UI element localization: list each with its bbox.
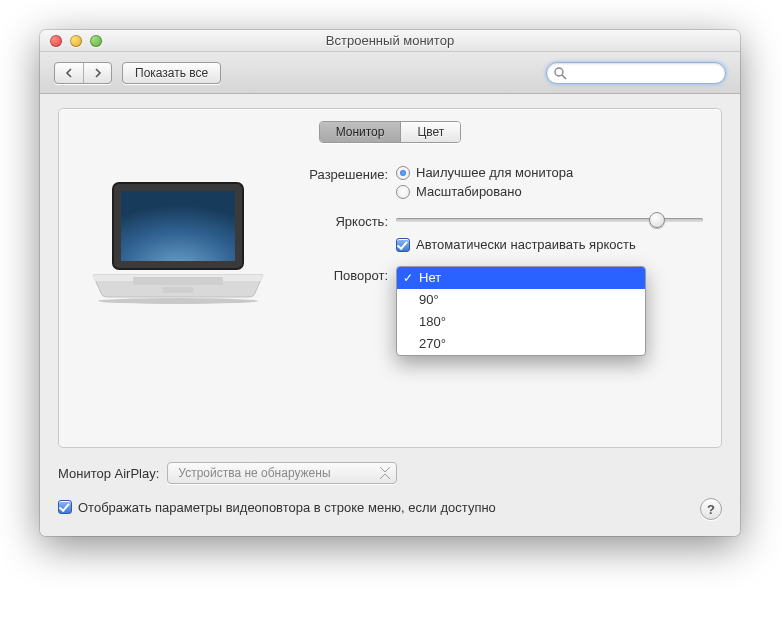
nav-segmented [54, 62, 112, 84]
mirroring-row: Отображать параметры видеоповтора в стро… [58, 498, 722, 520]
forward-button[interactable] [83, 63, 111, 83]
rotation-option-90[interactable]: 90° [397, 289, 645, 311]
brightness-label: Яркость: [291, 212, 396, 229]
toolbar: Показать все [40, 52, 740, 94]
svg-point-7 [98, 298, 258, 304]
help-button[interactable]: ? [700, 498, 722, 520]
resolution-field: Наилучшее для монитора Масштабировано [396, 165, 703, 203]
svg-point-0 [555, 68, 563, 76]
window-controls [40, 35, 102, 47]
close-button[interactable] [50, 35, 62, 47]
rotation-popup[interactable]: Нет 90° 180° 270° [396, 266, 646, 356]
brightness-slider[interactable] [396, 211, 703, 229]
chevron-left-icon [64, 68, 74, 78]
radio-icon [396, 166, 410, 180]
panel-body: Разрешение: Наилучшее для монитора Масшт… [77, 165, 703, 308]
chevron-right-icon [93, 68, 103, 78]
airplay-select[interactable]: Устройства не обнаружены [167, 462, 397, 484]
mirroring-checkbox[interactable]: Отображать параметры видеоповтора в стро… [58, 500, 496, 515]
airplay-value: Устройства не обнаружены [178, 466, 330, 480]
brightness-row: Яркость: [291, 211, 703, 229]
rotation-option-none[interactable]: Нет [397, 267, 645, 289]
mirroring-label: Отображать параметры видеоповтора в стро… [78, 500, 496, 515]
brightness-field [396, 211, 703, 229]
rotation-row: Поворот: Нет 90° 180° 270° [291, 266, 703, 283]
tab-monitor[interactable]: Монитор [320, 122, 401, 142]
rotation-option-270[interactable]: 270° [397, 333, 645, 355]
airplay-row: Монитор AirPlay: Устройства не обнаружен… [58, 462, 722, 484]
airplay-label: Монитор AirPlay: [58, 466, 159, 481]
svg-rect-5 [133, 277, 223, 285]
resolution-scaled-label: Масштабировано [416, 184, 522, 199]
back-button[interactable] [55, 63, 83, 83]
display-thumbnail [77, 165, 267, 308]
help-icon: ? [707, 502, 715, 517]
radio-icon [396, 185, 410, 199]
titlebar: Встроенный монитор [40, 30, 740, 52]
main-panel: Монитор Цвет [58, 108, 722, 448]
window-title: Встроенный монитор [40, 33, 740, 48]
tabs: Монитор Цвет [77, 121, 703, 143]
search-icon [553, 66, 567, 80]
show-all-button[interactable]: Показать все [122, 62, 221, 84]
macbook-icon [83, 175, 273, 305]
tab-color[interactable]: Цвет [400, 122, 460, 142]
checkbox-icon [396, 238, 410, 252]
brightness-auto-checkbox[interactable]: Автоматически настраивать яркость [396, 237, 703, 252]
brightness-auto-label: Автоматически настраивать яркость [416, 237, 636, 252]
svg-rect-6 [163, 287, 193, 293]
content: Монитор Цвет [40, 94, 740, 536]
settings-form: Разрешение: Наилучшее для монитора Масшт… [291, 165, 703, 291]
resolution-best-option[interactable]: Наилучшее для монитора [396, 165, 703, 180]
rotation-option-180[interactable]: 180° [397, 311, 645, 333]
tab-group: Монитор Цвет [319, 121, 462, 143]
brightness-auto-row: Автоматически настраивать яркость [291, 237, 703, 256]
checkbox-icon [58, 500, 72, 514]
resolution-row: Разрешение: Наилучшее для монитора Масшт… [291, 165, 703, 203]
rotation-label: Поворот: [291, 266, 396, 283]
preferences-window: Встроенный монитор Показать все Мо [40, 30, 740, 536]
minimize-button[interactable] [70, 35, 82, 47]
search-input[interactable] [546, 62, 726, 84]
zoom-button[interactable] [90, 35, 102, 47]
svg-line-1 [562, 75, 566, 79]
resolution-scaled-option[interactable]: Масштабировано [396, 184, 703, 199]
resolution-label: Разрешение: [291, 165, 396, 182]
search-field-wrapper [546, 62, 726, 84]
slider-knob[interactable] [649, 212, 665, 228]
resolution-best-label: Наилучшее для монитора [416, 165, 573, 180]
